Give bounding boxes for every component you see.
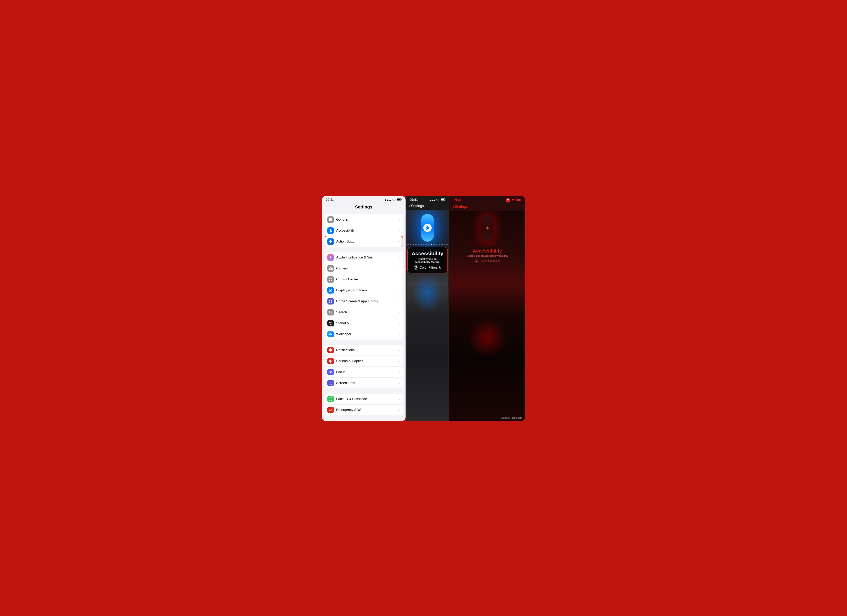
svg-point-33 [427,225,428,227]
settings-row-emergency-sos[interactable]: SOS Emergency SOS › [325,405,403,415]
back-label-right: Settings [455,205,468,209]
chrome-left-middle [406,231,407,399]
svg-rect-38 [517,199,520,201]
dot-16 [444,244,445,245]
settings-row-wallpaper[interactable]: Wallpaper › [325,329,403,340]
face-id-chevron: › [399,397,400,401]
right-subtitle-bold: accessibility [484,255,499,257]
emergency-sos-icon: SOS [328,407,334,413]
svg-point-11 [330,290,331,291]
glow-right [467,318,507,358]
settings-row-notifications[interactable]: Notifications › [325,345,403,356]
wifi-icon-right [512,199,515,202]
back-button-right[interactable]: ‹ Settings [453,205,522,209]
search-icon [328,309,334,315]
accessibility-chevron: › [399,229,400,232]
accessibility-label: Accessibility [336,228,399,233]
settings-row-search[interactable]: Search › [325,307,403,318]
right-btn-container [481,215,493,240]
rdot-10 [488,243,489,244]
action-button-icon [328,238,334,245]
back-chevron-middle: ‹ [409,204,410,208]
emergency-sos-label: Emergency SOS [336,408,399,412]
back-bar-middle: ‹ Settings [406,203,449,210]
rdot-3 [471,243,472,244]
rdot-4 [474,243,475,244]
settings-row-action-button[interactable]: Action Button › [325,236,403,247]
option-arrows-middle: ⇅ [439,266,441,269]
settings-row-focus[interactable]: Focus › [325,367,403,378]
settings-row-home-screen[interactable]: Home Screen & App Library › [325,296,403,307]
signal-icon-left: ▲▲▲ [384,198,391,201]
dot-5 [415,244,416,245]
svg-rect-32 [441,199,444,200]
right-option-arrows: ⇅ [498,260,500,263]
home-screen-chevron: › [399,299,400,303]
rdot-13 [495,243,496,244]
svg-point-41 [476,261,477,262]
right-card-option[interactable]: Color Filters ⇅ [467,259,508,263]
time-left: 09:41 [326,198,334,202]
screen-time-label: Screen Time [336,381,399,385]
battery-icon-right [516,199,521,202]
status-bar-middle: 09:41 ▲▲▲ [406,196,449,203]
settings-row-general[interactable]: General › [325,214,403,225]
svg-rect-4 [330,240,331,243]
emergency-icon-right [506,198,510,202]
apple-intelligence-label: Apple Intelligence & Siri [336,255,399,259]
rdot-17 [505,243,506,244]
settings-row-camera[interactable]: Camera › [325,263,403,274]
back-bar-right: ‹ Settings [449,204,525,211]
action-btn-pill-blue [421,214,434,242]
rdot-9 [485,243,487,244]
home-screen-icon [328,298,334,305]
settings-group-2: Apple Intelligence & Siri › Camera › Con… [325,252,403,340]
rdot-2 [469,243,470,244]
camera-label: Camera [336,267,399,270]
svg-line-19 [329,291,330,291]
settings-row-sounds[interactable]: Sounds & Haptics › [325,356,403,367]
general-icon [328,217,334,223]
back-button-middle[interactable]: ‹ Settings [409,204,446,208]
right-option-icon [475,259,478,263]
standby-chevron: › [399,321,400,325]
card-subtitle-bold: accessibility [415,261,430,264]
home-screen-label: Home Screen & App Library [336,299,399,303]
settings-row-screen-time[interactable]: Screen Time › [325,378,403,388]
svg-point-29 [330,398,331,399]
dot-8 [423,244,424,245]
rdot-18 [507,243,508,244]
right-card-subtitle: Quickly use an accessibility feature. [467,255,508,257]
card-option-middle[interactable]: Color Filters ⇅ [412,265,443,270]
rdot-8 [483,243,484,244]
rdot-12 [493,243,494,244]
apple-intelligence-chevron: › [399,256,400,259]
card-subtitle-start: Quickly use an [418,258,437,261]
settings-row-standby[interactable]: StandBy › [325,318,403,329]
back-label-middle: Settings [411,204,424,208]
status-icons-middle: ▲▲▲ [429,198,446,202]
svg-rect-10 [331,280,332,281]
settings-row-accessibility[interactable]: Accessibility › [325,225,403,236]
settings-row-face-id[interactable]: Face ID & Passcode › [325,393,403,405]
dot-row-middle [406,244,449,245]
action-card-middle: Accessibility Quickly use an accessibili… [407,247,448,273]
dot-10 [428,244,429,245]
wifi-icon-middle [436,198,440,202]
face-id-icon [328,396,334,402]
settings-row-apple-intelligence[interactable]: Apple Intelligence & Siri › [325,252,403,263]
dot-18 [449,244,450,245]
notifications-label: Notifications [336,348,399,352]
sounds-chevron: › [399,359,400,363]
settings-group-3: Notifications › Sounds & Haptics › Focus… [325,345,403,388]
dot-14 [439,244,440,245]
battery-icon-left [397,198,401,202]
settings-row-control-center[interactable]: Control Center › [325,274,403,285]
svg-point-39 [487,225,488,227]
dot-17 [446,244,448,245]
rdot-14 [497,243,499,244]
screen-time-chevron: › [399,381,400,385]
settings-row-display[interactable]: Display & Brightness › [325,285,403,296]
emergency-sos-chevron: › [399,408,400,412]
chrome-right-middle [448,231,449,399]
